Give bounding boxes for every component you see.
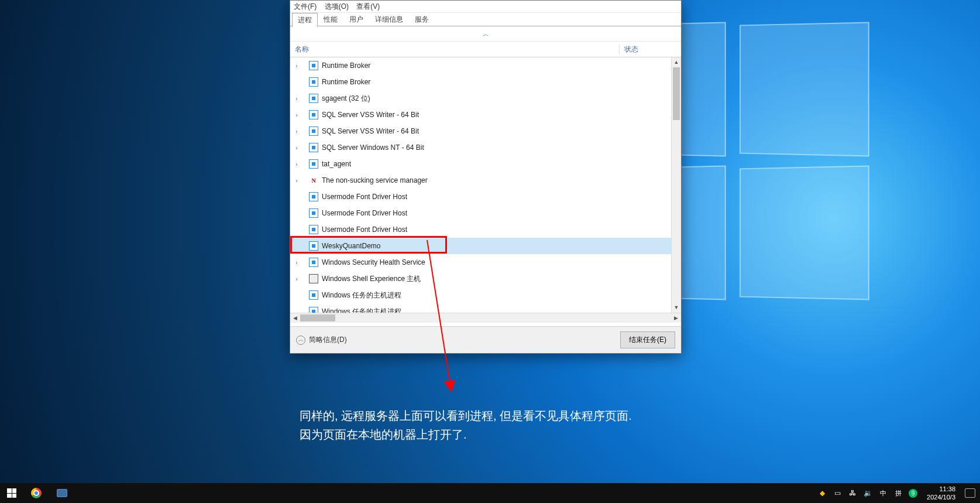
process-row[interactable]: WeskyQuantDemo [290,238,681,254]
tab-performance[interactable]: 性能 [318,12,343,26]
process-name: Windows Security Health Service [322,258,681,266]
ime-mode[interactable]: 拼 [893,488,903,498]
tab-processes[interactable]: 进程 [292,13,318,27]
process-name: SQL Server Windows NT - 64 Bit [322,143,681,152]
clock-time: 11:38 [927,485,955,493]
chrome-icon [31,488,42,498]
tab-users[interactable]: 用户 [343,12,369,26]
process-list[interactable]: ›Runtime BrokerRuntime Broker›sgagent (3… [290,57,681,323]
process-icon [309,225,318,234]
menu-view[interactable]: 查看(V) [356,2,380,11]
desktop-background: 文件(F) 选项(O) 查看(V) 进程 性能 用户 详细信息 服务 ︿ 名称 … [0,0,980,483]
app-icon [57,489,67,497]
menu-options[interactable]: 选项(O) [325,2,349,11]
task-manager-footer: ︿ 简略信息(D) 结束任务(E) [290,326,681,353]
process-icon [309,241,318,251]
scroll-thumb[interactable] [673,67,680,120]
process-row[interactable]: ›SQL Server VSS Writer - 64 Bit [290,107,681,123]
process-name: The non-sucking service manager [322,176,681,184]
fewer-details-label: 简略信息(D) [309,335,347,345]
taskbar-app[interactable] [49,483,75,503]
taskbar-chrome[interactable] [23,483,49,503]
scroll-down-arrow[interactable]: ▼ [672,303,681,313]
scroll-up-arrow[interactable]: ▲ [672,57,681,67]
taskbar-clock[interactable]: 11:38 2024/10/3 [923,485,959,501]
end-task-button[interactable]: 结束任务(E) [620,331,675,348]
process-name: sgagent (32 位) [322,94,681,104]
process-icon [309,258,318,267]
process-icon [309,126,318,136]
process-name: SQL Server VSS Writer - 64 Bit [322,111,681,119]
process-icon [309,274,318,283]
process-row[interactable]: ›SQL Server Windows NT - 64 Bit [290,139,681,156]
ime-language[interactable]: 中 [878,488,888,498]
expand-icon[interactable]: › [293,177,301,184]
process-name: Windows Shell Experience 主机 [322,274,681,284]
column-headers: 名称 状态 [290,41,681,57]
process-row[interactable]: Usermode Font Driver Host [290,221,681,238]
tray-volume-icon[interactable]: 🔉 [863,488,872,498]
process-row[interactable]: Usermode Font Driver Host [290,205,681,221]
annotation-text: 同样的, 远程服务器上面可以看到进程, 但是看不见具体程序页面. 因为页面在本地… [300,406,632,444]
process-row[interactable]: Runtime Broker [290,74,681,90]
process-name: Usermode Font Driver Host [322,209,681,217]
tab-bar: 进程 性能 用户 详细信息 服务 [290,13,681,26]
process-icon [309,159,318,169]
expand-icon[interactable]: › [293,276,301,282]
tab-details[interactable]: 详细信息 [369,12,409,26]
tray-network-icon[interactable]: 🖧 [848,488,857,498]
process-row[interactable]: Usermode Font Driver Host [290,189,681,205]
collapse-groups-arrow[interactable]: ︿ [290,26,681,41]
menu-bar: 文件(F) 选项(O) 查看(V) [290,1,681,13]
chevron-up-icon: ︿ [296,336,305,345]
tray-security-icon[interactable]: ◆ [817,488,827,498]
scroll-left-arrow[interactable]: ◀ [290,313,300,323]
tray-badge[interactable]: 9 [909,489,917,498]
annotation-line-1: 同样的, 远程服务器上面可以看到进程, 但是看不见具体程序页面. [300,406,632,425]
process-row[interactable]: ›Runtime Broker [290,57,681,74]
process-icon [309,77,318,87]
process-row[interactable]: Windows 任务的主机进程 [290,287,681,303]
tray-app-icon[interactable]: ▭ [833,488,842,498]
process-name: tat_agent [322,160,681,168]
windows-icon [7,488,16,498]
column-name[interactable]: 名称 [290,45,620,54]
process-row[interactable]: ›NThe non-sucking service manager [290,172,681,189]
scroll-right-arrow[interactable]: ▶ [671,313,681,323]
taskbar[interactable]: ◆ ▭ 🖧 🔉 中 拼 9 11:38 2024/10/3 [0,483,980,503]
expand-icon[interactable]: › [293,63,301,69]
notification-icon[interactable] [965,488,975,498]
process-icon [309,94,318,103]
scrollbar-horizontal[interactable]: ◀ ▶ [290,313,681,323]
expand-icon[interactable]: › [293,161,301,167]
start-button[interactable] [0,483,23,503]
menu-file[interactable]: 文件(F) [294,2,317,11]
annotation-line-2: 因为页面在本地的机器上打开了. [300,425,632,444]
process-name: Runtime Broker [322,61,681,70]
process-name: Runtime Broker [322,78,681,86]
process-row[interactable]: ›sgagent (32 位) [290,90,681,107]
process-row[interactable]: ›Windows Security Health Service [290,254,681,271]
expand-icon[interactable]: › [293,145,301,151]
expand-icon[interactable]: › [293,95,301,102]
process-icon [309,110,318,119]
scrollbar-vertical[interactable]: ▲ ▼ [671,57,681,323]
process-icon [309,143,318,152]
expand-icon[interactable]: › [293,128,301,135]
process-name: SQL Server VSS Writer - 64 Bit [322,127,681,135]
column-state[interactable]: 状态 [620,45,681,54]
expand-icon[interactable]: › [293,112,301,118]
scroll-thumb-h[interactable] [300,314,335,321]
expand-icon[interactable]: › [293,259,301,266]
tab-services[interactable]: 服务 [409,12,435,26]
fewer-details-button[interactable]: ︿ 简略信息(D) [296,335,347,345]
process-row[interactable]: ›tat_agent [290,156,681,172]
process-row[interactable]: ›SQL Server VSS Writer - 64 Bit [290,123,681,139]
clock-date: 2024/10/3 [927,493,955,501]
process-icon [309,290,318,300]
process-row[interactable]: ›Windows Shell Experience 主机 [290,271,681,287]
process-name: WeskyQuantDemo [322,242,681,250]
system-tray: ◆ ▭ 🖧 🔉 中 拼 9 11:38 2024/10/3 [817,485,980,501]
process-icon [309,61,318,70]
task-manager-window: 文件(F) 选项(O) 查看(V) 进程 性能 用户 详细信息 服务 ︿ 名称 … [290,0,682,354]
